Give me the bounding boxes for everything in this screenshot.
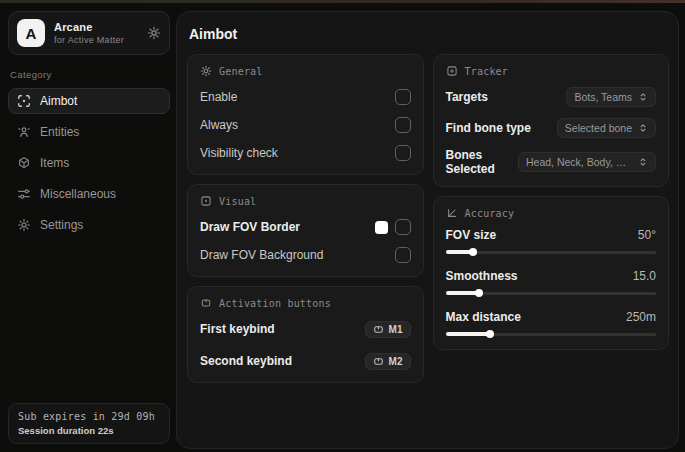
always-checkbox[interactable]: [395, 117, 411, 133]
accuracy-card-header: Accuracy: [446, 207, 657, 219]
page-title: Aimbot: [189, 26, 669, 42]
setting-label: Find bone type: [446, 121, 531, 135]
setting-row-find-bone-type: Find bone type Selected bone: [446, 117, 657, 139]
cube-icon: [17, 156, 31, 170]
sidebar-item-label: Aimbot: [40, 94, 77, 108]
setting-row-targets: Targets Bots, Teams: [446, 86, 657, 108]
sidebar-item-items[interactable]: Items: [8, 150, 170, 176]
setting-label: Enable: [200, 90, 237, 104]
slider-knob[interactable]: [475, 289, 483, 297]
unfold-icon: [638, 157, 648, 167]
setting-label: Draw FOV Border: [200, 220, 300, 234]
app-meta: Arcane for Active Matter: [54, 21, 138, 45]
setting-label: Visibility check: [200, 146, 278, 160]
setting-row-second-keybind: Second keybind M2: [200, 350, 411, 372]
slider-track: [446, 251, 657, 254]
app-subtitle: for Active Matter: [54, 35, 138, 45]
tracker-card-title: Tracker: [465, 66, 509, 77]
app-name: Arcane: [54, 21, 138, 33]
general-card-title: General: [219, 66, 263, 77]
activation-card-title: Activation buttons: [219, 298, 331, 309]
mouse-icon: [200, 297, 212, 309]
setting-label: Always: [200, 118, 238, 132]
theme-gear-icon[interactable]: [147, 26, 161, 40]
dropdown-value: Selected bone: [565, 122, 632, 134]
setting-label: FOV size: [446, 228, 497, 242]
sidebar-item-label: Entities: [40, 125, 79, 139]
setting-label: Targets: [446, 90, 488, 104]
unfold-icon: [638, 123, 648, 133]
sidebar-item-label: Settings: [40, 218, 83, 232]
category-label: Category: [10, 69, 168, 80]
draw-fov-border-checkbox[interactable]: [395, 219, 411, 235]
setting-label: Bones Selected: [446, 148, 519, 176]
sidebar-item-label: Miscellaneous: [40, 187, 116, 201]
angle-icon: [446, 207, 458, 219]
app-header-card: A Arcane for Active Matter: [8, 11, 170, 55]
slider-head: FOV size 50°: [446, 228, 657, 242]
sub-expires-text: Sub expires in 29d 09h: [18, 411, 160, 422]
slider-head: Smoothness 15.0: [446, 269, 657, 283]
slider-value: 250m: [626, 310, 656, 324]
setting-row-visibility-check: Visibility check: [200, 142, 411, 164]
dropdown-value: Bots, Teams: [574, 91, 632, 103]
first-keybind-button[interactable]: M1: [365, 321, 411, 338]
bones-selected-dropdown[interactable]: Head, Neck, Body, Pe…: [518, 152, 656, 172]
smoothness-slider[interactable]: [446, 288, 657, 298]
max-distance-slider[interactable]: [446, 329, 657, 339]
visual-card-header: Visual: [200, 195, 411, 207]
targets-dropdown[interactable]: Bots, Teams: [566, 87, 656, 107]
fov-border-color-swatch[interactable]: [375, 221, 388, 234]
mouse-icon: [373, 324, 384, 335]
sidebar-item-settings[interactable]: Settings: [8, 212, 170, 238]
slider-block-smoothness: Smoothness 15.0: [446, 269, 657, 298]
subscription-card: Sub expires in 29d 09h Session duration …: [8, 403, 170, 444]
slider-knob[interactable]: [469, 248, 477, 256]
accuracy-card: Accuracy FOV size 50°: [433, 196, 670, 350]
sidebar-item-aimbot[interactable]: Aimbot: [8, 88, 170, 114]
activation-card-header: Activation buttons: [200, 297, 411, 309]
left-column: General Enable Always Visibility check: [187, 54, 424, 383]
visual-card: Visual Draw FOV Border Draw FOV Backgrou…: [187, 184, 424, 277]
setting-row-first-keybind: First keybind M1: [200, 318, 411, 340]
mouse-icon: [373, 356, 384, 367]
draw-fov-background-checkbox[interactable]: [395, 247, 411, 263]
accuracy-card-title: Accuracy: [465, 208, 515, 219]
slider-value: 15.0: [633, 269, 656, 283]
slider-fill: [446, 291, 480, 295]
setting-row-always: Always: [200, 114, 411, 136]
second-keybind-button[interactable]: M2: [365, 353, 411, 370]
setting-row-draw-fov-background: Draw FOV Background: [200, 244, 411, 266]
control-group: [375, 219, 411, 235]
category-nav: Aimbot Entities: [8, 88, 170, 238]
tracker-card-header: Tracker: [446, 65, 657, 77]
slider-knob[interactable]: [486, 330, 494, 338]
setting-row-enable: Enable: [200, 86, 411, 108]
activation-card: Activation buttons First keybind M1: [187, 286, 424, 383]
tracker-card: Tracker Targets Bots, Teams: [433, 54, 670, 187]
slider-value: 50°: [638, 228, 656, 242]
slider-block-max-distance: Max distance 250m: [446, 310, 657, 339]
session-duration-text: Session duration 22s: [18, 425, 160, 436]
slider-fill: [446, 332, 490, 336]
app-window: A Arcane for Active Matter Category: [0, 3, 685, 452]
sidebar: A Arcane for Active Matter Category: [0, 3, 176, 452]
enable-checkbox[interactable]: [395, 89, 411, 105]
dropdown-value: Head, Neck, Body, Pe…: [526, 156, 632, 168]
slider-block-fov-size: FOV size 50°: [446, 228, 657, 257]
fov-size-slider[interactable]: [446, 247, 657, 257]
columns: General Enable Always Visibility check: [187, 54, 669, 383]
visual-card-title: Visual: [219, 196, 256, 207]
find-bone-type-dropdown[interactable]: Selected bone: [557, 118, 656, 138]
setting-label: Smoothness: [446, 269, 518, 283]
sidebar-item-entities[interactable]: Entities: [8, 119, 170, 145]
setting-label: Max distance: [446, 310, 521, 324]
visibility-check-checkbox[interactable]: [395, 145, 411, 161]
unfold-icon: [638, 92, 648, 102]
setting-label: Second keybind: [200, 354, 292, 368]
sliders-icon: [17, 187, 31, 201]
sidebar-item-miscellaneous[interactable]: Miscellaneous: [8, 181, 170, 207]
sidebar-item-label: Items: [40, 156, 69, 170]
sun-gear-icon: [200, 65, 212, 77]
slider-head: Max distance 250m: [446, 310, 657, 324]
